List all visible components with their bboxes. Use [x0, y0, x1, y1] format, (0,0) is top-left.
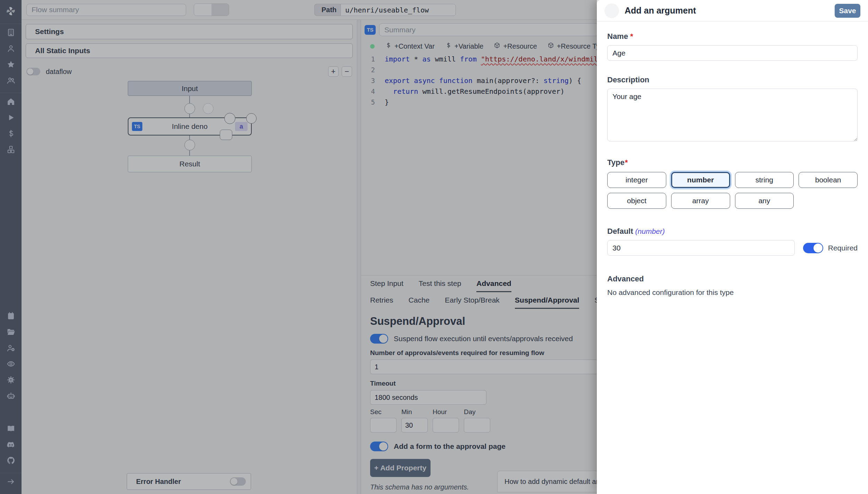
name-field-label: Name * — [607, 32, 858, 41]
drawer-close-button[interactable] — [604, 3, 619, 18]
modal-overlay[interactable] — [0, 0, 597, 494]
type-button-object[interactable]: object — [607, 193, 666, 209]
required-asterisk: * — [630, 32, 633, 41]
type-button-any[interactable]: any — [735, 193, 794, 209]
advanced-heading: Advanced — [607, 274, 858, 283]
type-button-array[interactable]: array — [671, 193, 730, 209]
description-label-text: Description — [607, 75, 649, 84]
drawer-title: Add an argument — [625, 6, 696, 16]
default-row: Required — [607, 240, 858, 256]
name-label-text: Name — [607, 32, 628, 41]
toggle-knob — [813, 244, 823, 253]
required-asterisk: * — [625, 158, 628, 167]
default-field-label: Default (number) — [607, 227, 858, 236]
type-label-text: Type — [607, 158, 625, 167]
type-button-string[interactable]: string — [735, 172, 794, 188]
windmill-app: Path Settings All Static Inputs dataflow… — [0, 0, 868, 494]
drawer-header: Add an argument Save — [597, 0, 868, 22]
description-field-label: Description — [607, 75, 858, 84]
default-value-input[interactable] — [607, 240, 795, 256]
type-button-integer[interactable]: integer — [607, 172, 666, 188]
drawer-body: Name * Description Your age Type * integ… — [597, 22, 868, 297]
default-type-hint: (number) — [635, 227, 665, 236]
type-selector: integernumberstringbooleanobjectarrayany — [607, 172, 858, 209]
required-toggle[interactable] — [803, 243, 823, 253]
save-button[interactable]: Save — [835, 4, 860, 18]
description-textarea[interactable]: Your age — [607, 89, 858, 141]
advanced-note: No advanced configuration for this type — [607, 288, 858, 297]
advanced-heading-text: Advanced — [607, 274, 644, 283]
add-argument-drawer: Add an argument Save Name * Description … — [597, 0, 868, 494]
type-button-number[interactable]: number — [671, 172, 730, 188]
required-toggle-label: Required — [828, 244, 858, 252]
name-input[interactable] — [607, 45, 858, 61]
type-button-boolean[interactable]: boolean — [799, 172, 858, 188]
default-label-text: Default — [607, 227, 633, 236]
type-field-label: Type * — [607, 158, 858, 167]
